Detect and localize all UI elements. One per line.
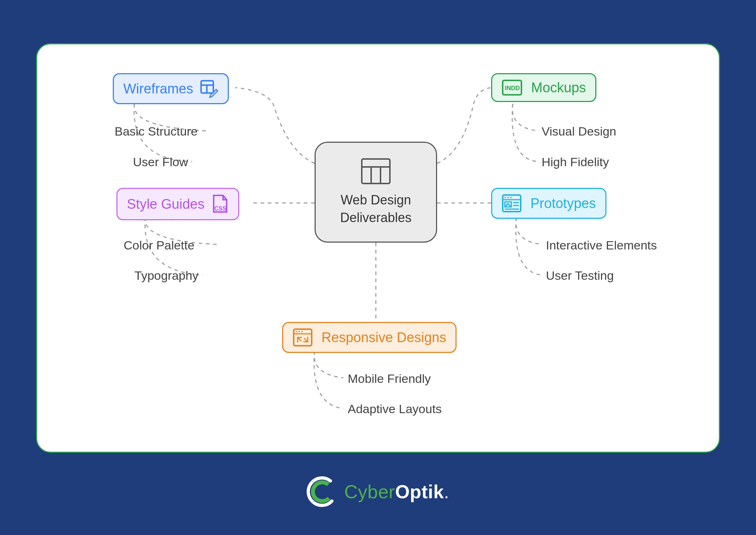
svg-text:CSS: CSS [214,205,226,212]
indd-file-icon: INDD [502,79,522,96]
node-label: Style Guides [127,196,204,212]
wireframe-pencil-icon [200,79,218,98]
node-label: Mockups [531,80,586,96]
diagram-card: Web Design Deliverables Wireframes Basic… [36,43,720,453]
svg-point-23 [301,331,303,332]
svg-point-22 [298,331,300,332]
sub-mockups-0: Visual Design [542,124,616,138]
svg-rect-0 [362,159,390,184]
logo-mark-icon [307,476,338,508]
svg-point-14 [510,197,512,198]
sub-styleguides-0: Color Palette [124,238,195,252]
sub-responsive-1: Adaptive Layouts [348,402,442,416]
sub-wireframes-0: Basic Structure [115,124,198,138]
node-label: Wireframes [123,81,193,97]
svg-point-21 [295,331,297,332]
svg-text:INDD: INDD [505,85,520,92]
node-styleguides: Style Guides CSS [116,188,239,220]
layout-grid-icon [360,158,391,185]
center-title-line1: Web Design [341,193,411,207]
node-responsive: Responsive Designs [282,322,457,353]
sub-mockups-1: High Fidelity [542,155,609,169]
css-file-icon: CSS [211,194,229,214]
svg-point-13 [507,197,509,198]
node-label: Prototypes [530,196,596,211]
browser-image-icon [502,194,522,213]
node-label: Responsive Designs [321,330,446,345]
center-node: Web Design Deliverables [315,142,437,243]
sub-responsive-0: Mobile Friendly [348,372,431,386]
sub-prototypes-0: Interactive Elements [546,238,657,252]
center-title-line2: Deliverables [340,210,412,225]
responsive-icon [293,328,313,347]
sub-wireframes-1: User Flow [133,155,188,169]
node-prototypes: Prototypes [491,188,606,219]
brand-logo: CyberOptik. [0,476,756,508]
node-wireframes: Wireframes [113,73,229,104]
node-mockups: INDD Mockups [491,73,596,102]
brand-name: CyberOptik. [344,481,449,503]
sub-styleguides-1: Typography [134,269,199,283]
svg-point-12 [504,197,506,198]
sub-prototypes-1: User Testing [546,269,614,283]
